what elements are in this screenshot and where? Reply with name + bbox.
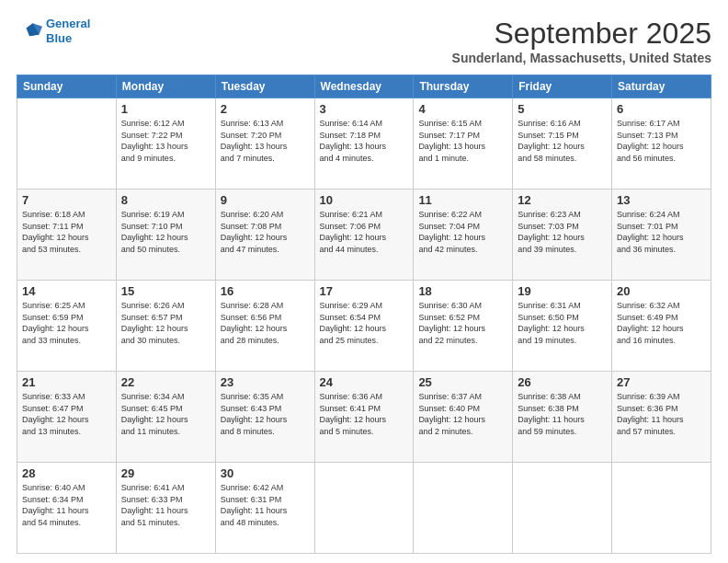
table-row: 13Sunrise: 6:24 AM Sunset: 7:01 PM Dayli… — [612, 190, 711, 281]
day-number: 16 — [221, 284, 310, 298]
day-content: Sunrise: 6:35 AM Sunset: 6:43 PM Dayligh… — [221, 391, 310, 437]
calendar-week-row: 14Sunrise: 6:25 AM Sunset: 6:59 PM Dayli… — [17, 281, 711, 372]
day-content: Sunrise: 6:25 AM Sunset: 6:59 PM Dayligh… — [22, 300, 111, 346]
day-number: 25 — [418, 375, 507, 389]
col-tuesday: Tuesday — [215, 75, 314, 98]
table-row: 15Sunrise: 6:26 AM Sunset: 6:57 PM Dayli… — [116, 281, 215, 372]
day-number: 18 — [418, 284, 507, 298]
day-content: Sunrise: 6:41 AM Sunset: 6:33 PM Dayligh… — [121, 482, 210, 528]
calendar-week-row: 21Sunrise: 6:33 AM Sunset: 6:47 PM Dayli… — [17, 372, 711, 463]
day-number: 11 — [418, 193, 507, 207]
calendar-week-row: 7Sunrise: 6:18 AM Sunset: 7:11 PM Daylig… — [17, 190, 711, 281]
day-content: Sunrise: 6:18 AM Sunset: 7:11 PM Dayligh… — [22, 209, 111, 255]
table-row: 17Sunrise: 6:29 AM Sunset: 6:54 PM Dayli… — [314, 281, 414, 372]
table-row — [17, 98, 117, 190]
day-content: Sunrise: 6:33 AM Sunset: 6:47 PM Dayligh… — [22, 391, 111, 437]
day-content: Sunrise: 6:36 AM Sunset: 6:41 PM Dayligh… — [320, 391, 409, 437]
day-number: 30 — [221, 466, 310, 480]
day-content: Sunrise: 6:19 AM Sunset: 7:10 PM Dayligh… — [121, 209, 210, 255]
day-number: 1 — [121, 102, 210, 116]
col-saturday: Saturday — [612, 75, 711, 98]
calendar-header-row: Sunday Monday Tuesday Wednesday Thursday… — [17, 75, 711, 98]
day-content: Sunrise: 6:24 AM Sunset: 7:01 PM Dayligh… — [617, 209, 706, 255]
day-content: Sunrise: 6:37 AM Sunset: 6:40 PM Dayligh… — [418, 391, 507, 437]
col-wednesday: Wednesday — [314, 75, 414, 98]
month-title: September 2025 — [452, 17, 711, 51]
table-row: 24Sunrise: 6:36 AM Sunset: 6:41 PM Dayli… — [314, 372, 414, 463]
day-number: 3 — [320, 102, 409, 116]
day-content: Sunrise: 6:13 AM Sunset: 7:20 PM Dayligh… — [221, 118, 310, 164]
day-number: 7 — [22, 193, 111, 207]
day-number: 10 — [320, 193, 409, 207]
table-row: 26Sunrise: 6:38 AM Sunset: 6:38 PM Dayli… — [513, 372, 612, 463]
table-row: 30Sunrise: 6:42 AM Sunset: 6:31 PM Dayli… — [215, 463, 314, 554]
table-row — [612, 463, 711, 554]
day-content: Sunrise: 6:16 AM Sunset: 7:15 PM Dayligh… — [518, 118, 607, 164]
day-number: 21 — [22, 375, 111, 389]
table-row: 25Sunrise: 6:37 AM Sunset: 6:40 PM Dayli… — [414, 372, 513, 463]
day-number: 29 — [121, 466, 210, 480]
day-content: Sunrise: 6:29 AM Sunset: 6:54 PM Dayligh… — [320, 300, 409, 346]
day-number: 14 — [22, 284, 111, 298]
table-row: 7Sunrise: 6:18 AM Sunset: 7:11 PM Daylig… — [17, 190, 117, 281]
day-content: Sunrise: 6:15 AM Sunset: 7:17 PM Dayligh… — [418, 118, 507, 164]
day-content: Sunrise: 6:20 AM Sunset: 7:08 PM Dayligh… — [221, 209, 310, 255]
day-content: Sunrise: 6:34 AM Sunset: 6:45 PM Dayligh… — [121, 391, 210, 437]
day-number: 19 — [518, 284, 607, 298]
day-number: 9 — [221, 193, 310, 207]
day-content: Sunrise: 6:12 AM Sunset: 7:22 PM Dayligh… — [121, 118, 210, 164]
day-number: 17 — [320, 284, 409, 298]
title-block: September 2025 Sunderland, Massachusetts… — [452, 17, 711, 65]
table-row: 6Sunrise: 6:17 AM Sunset: 7:13 PM Daylig… — [612, 98, 711, 190]
table-row: 22Sunrise: 6:34 AM Sunset: 6:45 PM Dayli… — [116, 372, 215, 463]
logo-icon — [17, 18, 42, 44]
day-content: Sunrise: 6:22 AM Sunset: 7:04 PM Dayligh… — [418, 209, 507, 255]
day-number: 5 — [518, 102, 607, 116]
calendar-week-row: 28Sunrise: 6:40 AM Sunset: 6:34 PM Dayli… — [17, 463, 711, 554]
day-content: Sunrise: 6:30 AM Sunset: 6:52 PM Dayligh… — [418, 300, 507, 346]
table-row: 29Sunrise: 6:41 AM Sunset: 6:33 PM Dayli… — [116, 463, 215, 554]
day-number: 4 — [418, 102, 507, 116]
logo-text: General Blue — [46, 17, 90, 45]
table-row: 9Sunrise: 6:20 AM Sunset: 7:08 PM Daylig… — [215, 190, 314, 281]
table-row: 3Sunrise: 6:14 AM Sunset: 7:18 PM Daylig… — [314, 98, 414, 190]
day-number: 23 — [221, 375, 310, 389]
day-number: 6 — [617, 102, 706, 116]
table-row: 8Sunrise: 6:19 AM Sunset: 7:10 PM Daylig… — [116, 190, 215, 281]
day-number: 8 — [121, 193, 210, 207]
day-number: 24 — [320, 375, 409, 389]
logo-line2: Blue — [46, 31, 72, 45]
table-row — [414, 463, 513, 554]
col-monday: Monday — [116, 75, 215, 98]
page: General Blue September 2025 Sunderland, … — [0, 0, 728, 563]
col-friday: Friday — [513, 75, 612, 98]
calendar-week-row: 1Sunrise: 6:12 AM Sunset: 7:22 PM Daylig… — [17, 98, 711, 190]
col-sunday: Sunday — [17, 75, 117, 98]
table-row: 16Sunrise: 6:28 AM Sunset: 6:56 PM Dayli… — [215, 281, 314, 372]
table-row: 18Sunrise: 6:30 AM Sunset: 6:52 PM Dayli… — [414, 281, 513, 372]
table-row: 19Sunrise: 6:31 AM Sunset: 6:50 PM Dayli… — [513, 281, 612, 372]
day-content: Sunrise: 6:28 AM Sunset: 6:56 PM Dayligh… — [221, 300, 310, 346]
day-content: Sunrise: 6:32 AM Sunset: 6:49 PM Dayligh… — [617, 300, 706, 346]
table-row: 20Sunrise: 6:32 AM Sunset: 6:49 PM Dayli… — [612, 281, 711, 372]
day-number: 20 — [617, 284, 706, 298]
table-row: 23Sunrise: 6:35 AM Sunset: 6:43 PM Dayli… — [215, 372, 314, 463]
table-row — [513, 463, 612, 554]
day-number: 15 — [121, 284, 210, 298]
table-row: 14Sunrise: 6:25 AM Sunset: 6:59 PM Dayli… — [17, 281, 117, 372]
day-content: Sunrise: 6:31 AM Sunset: 6:50 PM Dayligh… — [518, 300, 607, 346]
table-row: 10Sunrise: 6:21 AM Sunset: 7:06 PM Dayli… — [314, 190, 414, 281]
table-row: 4Sunrise: 6:15 AM Sunset: 7:17 PM Daylig… — [414, 98, 513, 190]
table-row — [314, 463, 414, 554]
day-number: 13 — [617, 193, 706, 207]
table-row: 11Sunrise: 6:22 AM Sunset: 7:04 PM Dayli… — [414, 190, 513, 281]
day-number: 27 — [617, 375, 706, 389]
location-title: Sunderland, Massachusetts, United States — [452, 51, 711, 65]
logo: General Blue — [17, 17, 90, 45]
day-content: Sunrise: 6:14 AM Sunset: 7:18 PM Dayligh… — [320, 118, 409, 164]
table-row: 12Sunrise: 6:23 AM Sunset: 7:03 PM Dayli… — [513, 190, 612, 281]
header: General Blue September 2025 Sunderland, … — [17, 17, 711, 65]
table-row: 27Sunrise: 6:39 AM Sunset: 6:36 PM Dayli… — [612, 372, 711, 463]
day-content: Sunrise: 6:42 AM Sunset: 6:31 PM Dayligh… — [221, 482, 310, 528]
calendar-table: Sunday Monday Tuesday Wednesday Thursday… — [17, 75, 711, 554]
